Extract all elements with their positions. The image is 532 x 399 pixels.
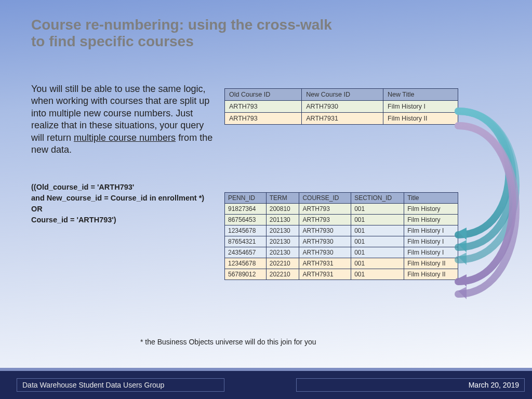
table-cell: Film History I	[404, 225, 458, 236]
table-cell: 001	[351, 269, 404, 280]
footer-divider	[0, 368, 532, 371]
col-new-course-id: New Course ID	[302, 89, 383, 101]
table-cell: 001	[351, 258, 404, 269]
table-cell: 202130	[266, 225, 299, 236]
svg-marker-2	[458, 252, 467, 265]
table-header-row: PENN_ID TERM COURSE_ID SECTION_ID Title	[225, 193, 458, 204]
table-cell: 24354657	[225, 247, 267, 258]
table-cell: ARTH7930	[299, 247, 351, 258]
col-old-course-id: Old Course ID	[225, 89, 302, 101]
table-cell: 201130	[266, 215, 299, 225]
table-row: 12345678202130ARTH7930001Film History I	[225, 225, 458, 236]
enrollment-table: PENN_ID TERM COURSE_ID SECTION_ID Title …	[224, 192, 458, 280]
table-cell: ARTH793	[299, 215, 351, 225]
crosswalk-table: Old Course ID New Course ID New Title AR…	[224, 88, 458, 125]
slide: Course re-numbering: using the cross-wal…	[0, 0, 532, 399]
table-cell: Film History	[404, 215, 458, 225]
svg-marker-1	[458, 240, 467, 252]
code-line: OR	[31, 204, 223, 215]
col-penn-id: PENN_ID	[225, 193, 267, 204]
table-cell: 001	[351, 247, 404, 258]
table-cell: 12345678	[225, 225, 267, 236]
table-cell: ARTH793	[225, 101, 302, 113]
table-cell: 56789012	[225, 269, 267, 280]
code-line: ((Old_course_id = 'ARTH793'	[31, 182, 223, 193]
table-cell: ARTH7931	[299, 269, 351, 280]
table-cell: ARTH7930	[299, 225, 351, 236]
col-title: Title	[404, 193, 458, 204]
table-cell: 202130	[266, 247, 299, 258]
table-cell: ARTH7930	[302, 101, 383, 113]
col-section-id: SECTION_ID	[351, 193, 404, 204]
svg-marker-3	[458, 274, 467, 287]
table-header-row: Old Course ID New Course ID New Title	[225, 89, 458, 101]
table-cell: ARTH7930	[299, 236, 351, 247]
table-cell: 87654321	[225, 236, 267, 247]
code-line: and New_course_id = Course_id in enrollm…	[31, 193, 223, 204]
table-cell: ARTH7931	[299, 258, 351, 269]
table-row: ARTH793ARTH7931Film History II	[225, 113, 458, 125]
table-row: 56789012202210ARTH7931001Film History II	[225, 269, 458, 280]
code-line: Course_id = 'ARTH793')	[31, 215, 223, 225]
table-cell: Film History II	[404, 258, 458, 269]
table-cell: Film History II	[404, 269, 458, 280]
col-term: TERM	[266, 193, 299, 204]
query-code: ((Old_course_id = 'ARTH793' and New_cour…	[31, 182, 223, 225]
footnote: * the Business Objects universe will do …	[140, 338, 316, 346]
table-cell: 202210	[266, 269, 299, 280]
table-cell: 202130	[266, 236, 299, 247]
table-row: 24354657202130ARTH7930001Film History I	[225, 247, 458, 258]
table-cell: ARTH7931	[302, 113, 383, 125]
footer-group-name: Data Warehouse Student Data Users Group	[17, 378, 224, 392]
table-cell: Film History I	[383, 101, 458, 113]
table-cell: 200810	[266, 204, 299, 215]
col-new-title: New Title	[383, 89, 458, 101]
table-cell: Film History I	[404, 236, 458, 247]
table-cell: 91827364	[225, 204, 267, 215]
table-row: 86756453201130ARTH793001Film History	[225, 215, 458, 225]
table-cell: ARTH793	[225, 113, 302, 125]
body-paragraph: You will still be able to use the same l…	[31, 83, 218, 156]
table-cell: 86756453	[225, 215, 267, 225]
table-cell: Film History II	[383, 113, 458, 125]
table-row: ARTH793ARTH7930Film History I	[225, 101, 458, 113]
mapping-arrows-icon	[453, 95, 532, 318]
body-underline: multiple course numbers	[74, 132, 176, 143]
table-cell: Film History	[404, 204, 458, 215]
table-cell: ARTH793	[299, 204, 351, 215]
table-cell: 12345678	[225, 258, 267, 269]
table-row: 87654321202130ARTH7930001Film History I	[225, 236, 458, 247]
footer-date: March 20, 2019	[296, 378, 525, 392]
svg-marker-0	[458, 228, 467, 240]
svg-marker-4	[458, 287, 467, 299]
table-cell: 202210	[266, 258, 299, 269]
col-course-id: COURSE_ID	[299, 193, 351, 204]
footer-bar: Data Warehouse Student Data Users Group …	[0, 368, 532, 399]
table-cell: 001	[351, 225, 404, 236]
table-row: 91827364200810ARTH793001Film History	[225, 204, 458, 215]
table-cell: 001	[351, 236, 404, 247]
table-cell: 001	[351, 204, 404, 215]
slide-title: Course re-numbering: using the cross-wal…	[31, 17, 332, 50]
table-row: 12345678202210ARTH7931001Film History II	[225, 258, 458, 269]
table-cell: Film History I	[404, 247, 458, 258]
table-cell: 001	[351, 215, 404, 225]
